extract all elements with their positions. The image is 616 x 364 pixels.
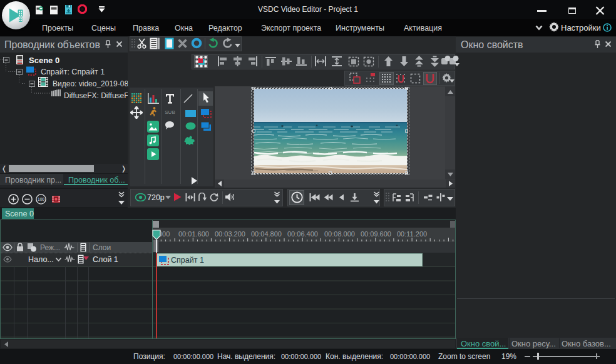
- svg-text:100: 100: [38, 197, 44, 201]
